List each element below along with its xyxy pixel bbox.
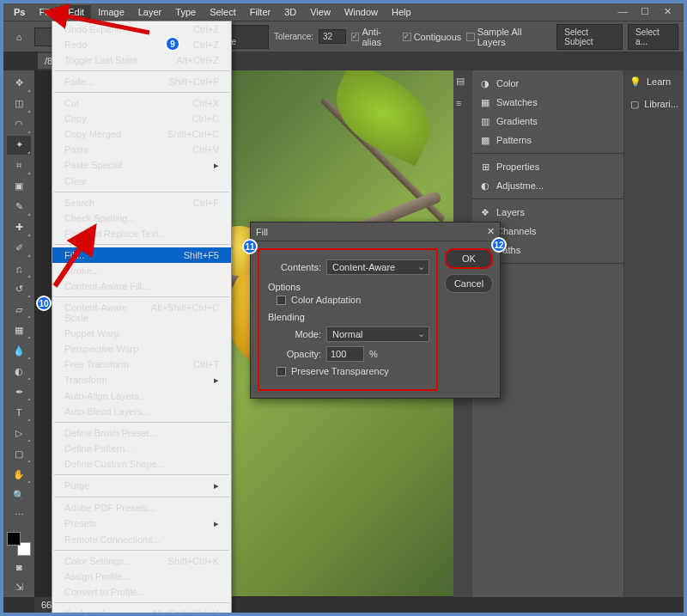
app-logo: Ps — [7, 5, 32, 19]
annotation-arrow — [55, 12, 158, 40]
home-icon[interactable]: ⌂ — [9, 26, 29, 48]
menu-item[interactable]: Define Pattern... — [52, 441, 231, 456]
brushes-icon[interactable]: ≡ — [456, 98, 470, 112]
menu-item: Puppet Warp — [52, 326, 231, 341]
frame-tool[interactable]: ▣ — [7, 177, 31, 196]
menu-view[interactable]: View — [303, 5, 337, 19]
menu-item[interactable]: Transform — [52, 372, 231, 388]
menu-3d[interactable]: 3D — [277, 5, 303, 19]
shape-tool[interactable]: ▢ — [7, 444, 31, 463]
stamp-tool[interactable]: ⎌ — [7, 259, 31, 278]
panel-libraries[interactable]: ▢Librari... — [624, 93, 684, 115]
menu-item[interactable]: Paste Special — [52, 157, 231, 174]
crop-tool[interactable]: ⌗ — [7, 156, 31, 175]
menu-item[interactable]: Content-Aware ScaleAlt+Shift+Ctrl+C — [52, 300, 231, 326]
menu-item[interactable]: Clear — [52, 174, 231, 189]
panel-gradients[interactable]: ▥Gradients — [472, 112, 623, 131]
history-brush-tool[interactable]: ↺ — [7, 280, 31, 299]
panel-color[interactable]: ◑Color — [472, 74, 623, 93]
marquee-tool[interactable]: ◫ — [7, 95, 31, 113]
panel-learn[interactable]: 💡Learn — [624, 70, 684, 93]
select-and-mask-button[interactable]: Select a... — [628, 24, 678, 50]
menu-item[interactable]: Color Settings...Shift+Ctrl+K — [52, 553, 231, 569]
dialog-close-icon[interactable]: ✕ — [487, 226, 495, 237]
fill-form: Contents: Content-Aware Options Color Ad… — [258, 248, 438, 391]
quick-mask[interactable]: ◙ — [7, 558, 31, 576]
panel-swatches[interactable]: ▦Swatches — [472, 93, 623, 112]
current-tool-icon[interactable] — [34, 27, 53, 46]
menu-item[interactable]: Presets — [52, 515, 231, 532]
menu-item[interactable]: Perspective Warp — [52, 341, 231, 357]
lasso-tool[interactable]: ◠ — [7, 115, 31, 134]
opacity-pct: % — [369, 349, 378, 359]
contents-select[interactable]: Content-Aware — [326, 259, 429, 275]
contents-label: Contents: — [266, 262, 321, 272]
blending-label: Blending — [268, 312, 429, 322]
menu-item[interactable]: Convert to Profile... — [52, 584, 231, 600]
ok-button[interactable]: OK — [445, 248, 493, 269]
badge-12: 12 — [491, 237, 507, 253]
panel-adjustments[interactable]: ◐Adjustme... — [472, 176, 623, 195]
history-icon[interactable]: ▤ — [456, 76, 470, 89]
menu-item[interactable]: PasteCtrl+V — [52, 142, 231, 157]
path-tool[interactable]: ▷ — [7, 424, 31, 442]
move-tool[interactable]: ✥ — [7, 74, 31, 93]
pen-tool[interactable]: ✒ — [7, 382, 31, 401]
minimize-icon[interactable]: — — [613, 5, 632, 17]
menu-item[interactable]: Check Spelling... — [52, 210, 231, 226]
badge-11: 11 — [242, 239, 258, 254]
menu-type[interactable]: Type — [168, 5, 203, 19]
edit-toolbar[interactable]: ⋯ — [7, 506, 31, 525]
menu-item: Fade...Shift+Ctrl+F — [52, 74, 231, 89]
panel-layers[interactable]: ❖Layers — [472, 203, 623, 222]
select-subject-button[interactable]: Select Subject — [556, 24, 623, 50]
panel-properties[interactable]: ⊞Properties — [472, 157, 623, 176]
tolerance-label: Tolerance: — [274, 32, 313, 41]
hand-tool[interactable]: ✋ — [7, 465, 31, 484]
cancel-button[interactable]: Cancel — [445, 274, 493, 293]
menu-item: Copy MergedShift+Ctrl+C — [52, 126, 231, 142]
dodge-tool[interactable]: ◐ — [7, 362, 31, 381]
badge-9: 9 — [165, 36, 180, 52]
color-swatches[interactable] — [7, 532, 31, 556]
blur-tool[interactable]: 💧 — [7, 341, 31, 360]
menu-item[interactable]: Keyboard Shortcuts...Alt+Shift+Ctrl+K — [52, 606, 231, 616]
antialias-checkbox[interactable]: ✓Anti-alias — [351, 27, 398, 47]
dialog-title: Fill — [256, 227, 268, 237]
panel-patterns[interactable]: ▩Patterns — [472, 131, 623, 149]
opacity-input[interactable]: 100 — [326, 346, 364, 362]
svg-line-1 — [64, 15, 149, 33]
healing-tool[interactable]: ✚ — [7, 218, 31, 237]
zoom-tool[interactable]: 🔍 — [7, 485, 31, 504]
tolerance-input[interactable]: 32 — [319, 29, 346, 44]
menu-item[interactable]: CopyCtrl+C — [52, 111, 231, 126]
eraser-tool[interactable]: ▱ — [7, 300, 31, 319]
sampleall-checkbox[interactable]: Sample All Layers — [466, 27, 546, 47]
contiguous-checkbox[interactable]: ✓Contiguous — [403, 32, 462, 42]
close-icon[interactable]: ✕ — [658, 5, 677, 17]
brush-tool[interactable]: ✐ — [7, 239, 31, 258]
maximize-icon[interactable]: ☐ — [635, 5, 654, 17]
menu-item[interactable]: Purge — [52, 478, 231, 494]
menu-window[interactable]: Window — [337, 5, 385, 19]
menu-item[interactable]: Define Brush Preset... — [52, 425, 231, 441]
menu-item[interactable]: Toggle Last StateAlt+Ctrl+Z — [52, 52, 231, 68]
edit-menu-dropdown: Undo ExpandCtrl+ZRedoCtrl+ZToggle Last S… — [52, 21, 232, 616]
gradient-tool[interactable]: ▦ — [7, 320, 31, 339]
menu-filter[interactable]: Filter — [243, 5, 277, 19]
color-adaptation-checkbox[interactable]: Color Adaptation — [277, 295, 429, 305]
menu-help[interactable]: Help — [385, 5, 418, 19]
menu-item[interactable]: CutCtrl+X — [52, 95, 231, 111]
menu-select[interactable]: Select — [203, 5, 243, 19]
magic-wand-tool[interactable]: ✦ — [7, 136, 31, 155]
menu-item[interactable]: Free TransformCtrl+T — [52, 357, 231, 372]
mode-select[interactable]: Normal — [326, 326, 429, 342]
menu-item[interactable]: Assign Profile... — [52, 569, 231, 584]
type-tool[interactable]: T — [7, 403, 31, 422]
menu-item[interactable]: Adobe PDF Presets... — [52, 500, 231, 515]
preserve-transparency-checkbox: Preserve Transparency — [277, 366, 429, 376]
screen-mode[interactable]: ⇲ — [7, 578, 31, 597]
menu-item[interactable]: SearchCtrl+F — [52, 195, 231, 210]
eyedropper-tool[interactable]: ✎ — [7, 198, 31, 217]
menu-item[interactable]: Remote Connections... — [52, 532, 231, 547]
